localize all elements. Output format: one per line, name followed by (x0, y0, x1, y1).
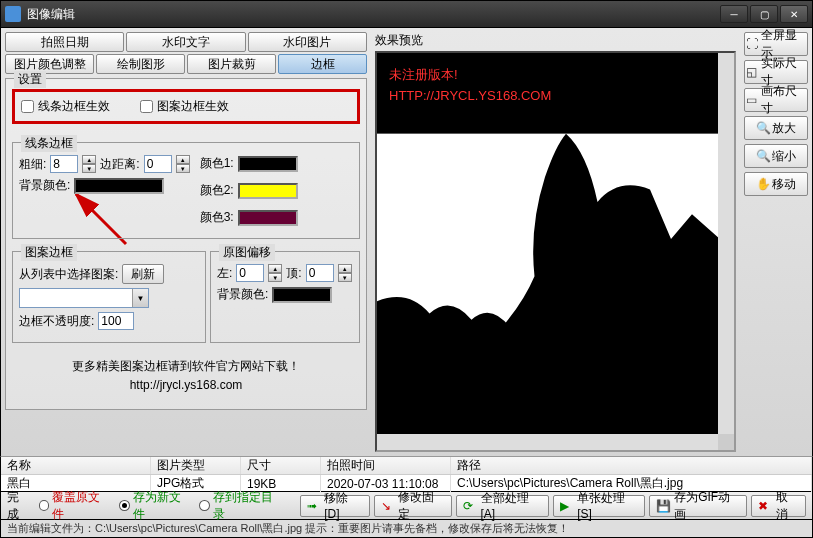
status-bar: 当前编辑文件为：C:\Users\pc\Pictures\Camera Roll… (0, 520, 813, 538)
side-button-icon: 🔍 (756, 121, 770, 135)
pattern-frame-group: 图案边框 从列表中选择图案: 刷新 ▼ 边框不透明度: (12, 251, 206, 343)
side-button-缩小[interactable]: 🔍缩小 (744, 144, 808, 168)
tab-图片裁剪[interactable]: 图片裁剪 (187, 54, 276, 74)
opacity-input[interactable] (98, 312, 134, 330)
settings-label: 设置 (14, 71, 46, 88)
preview-area: 未注册版本! HTTP://JRYCL.YS168.COM (375, 51, 736, 452)
tab-水印图片[interactable]: 水印图片 (248, 32, 367, 52)
file-list-header: 名称 图片类型 尺寸 拍照时间 路径 (1, 457, 812, 475)
action-存为GIF动画[interactable]: 💾存为GIF动画 (649, 495, 747, 517)
side-button-icon: ◱ (745, 65, 759, 79)
maximize-button[interactable]: ▢ (750, 5, 778, 23)
offset-left-input[interactable] (236, 264, 264, 282)
side-button-放大[interactable]: 🔍放大 (744, 116, 808, 140)
line-frame-group: 线条边框 粗细: ▲▼ 边距离: ▲▼ 背景颜色: (12, 142, 360, 239)
preview-label: 效果预览 (375, 32, 736, 49)
color2-swatch[interactable] (238, 183, 298, 199)
offset-top-spinner[interactable]: ▲▼ (338, 264, 352, 282)
file-list: 名称 图片类型 尺寸 拍照时间 路径 黑白 JPG格式 19KB 2020-07… (0, 456, 813, 492)
radio-存为新文件[interactable]: 存为新文件 (119, 489, 191, 523)
side-button-icon: ✋ (756, 177, 770, 191)
app-icon (5, 6, 21, 22)
action-icon: ⟳ (463, 499, 477, 513)
offset-group: 原图偏移 左: ▲▼ 顶: ▲▼ 背景颜色: (210, 251, 360, 343)
minimize-button[interactable]: ─ (720, 5, 748, 23)
preview-hscroll[interactable] (377, 434, 718, 450)
download-link-text: 更多精美图案边框请到软件官方网站下载！ http://jrycl.ys168.c… (12, 357, 360, 395)
preview-vscroll[interactable] (718, 53, 734, 434)
refresh-button[interactable]: 刷新 (122, 264, 164, 284)
window-title: 图像编辑 (27, 6, 720, 23)
highlight-box: 线条边框生效 图案边框生效 (12, 89, 360, 124)
close-button[interactable]: ✕ (780, 5, 808, 23)
radio-覆盖原文件[interactable]: 覆盖原文件 (39, 489, 111, 523)
line-frame-checkbox[interactable]: 线条边框生效 (21, 98, 110, 115)
action-icon: ↘ (381, 499, 395, 513)
action-icon: ▶ (560, 499, 574, 513)
tab-拍照日期[interactable]: 拍照日期 (5, 32, 124, 52)
action-修改固定[interactable]: ↘修改固定 (374, 495, 452, 517)
titlebar: 图像编辑 ─ ▢ ✕ (0, 0, 813, 28)
side-button-移动[interactable]: ✋移动 (744, 172, 808, 196)
side-button-画布尺寸[interactable]: ▭画布尺寸 (744, 88, 808, 112)
bottom-bar: 完成 覆盖原文件存为新文件存到指定目录 ➟移除[D]↘修改固定⟳全部处理[A]▶… (0, 492, 813, 520)
pattern-select[interactable]: ▼ (19, 288, 149, 308)
thickness-input[interactable] (50, 155, 78, 173)
action-全部处理[A][interactable]: ⟳全部处理[A] (456, 495, 549, 517)
side-button-icon: ⛶ (745, 37, 759, 51)
bg-color-swatch[interactable] (74, 178, 164, 194)
watermark-text: 未注册版本! HTTP://JRYCL.YS168.COM (389, 65, 551, 107)
complete-label: 完成 (7, 489, 31, 523)
offset-bg-swatch[interactable] (272, 287, 332, 303)
distance-input[interactable] (144, 155, 172, 173)
side-button-全屏显示[interactable]: ⛶全屏显示 (744, 32, 808, 56)
side-button-实际尺寸[interactable]: ◱实际尺寸 (744, 60, 808, 84)
action-icon: 💾 (656, 499, 670, 513)
tab-边框[interactable]: 边框 (278, 54, 367, 74)
pattern-frame-checkbox[interactable]: 图案边框生效 (140, 98, 229, 115)
side-button-icon: 🔍 (756, 149, 770, 163)
action-单张处理[S][interactable]: ▶单张处理[S] (553, 495, 646, 517)
side-button-icon: ▭ (745, 93, 759, 107)
settings-panel: 拍照日期水印文字水印图片 图片颜色调整绘制图形图片裁剪边框 设置 线条边框生效 … (1, 28, 371, 456)
action-icon: ✖ (758, 499, 772, 513)
tab-水印文字[interactable]: 水印文字 (126, 32, 245, 52)
radio-存到指定目录[interactable]: 存到指定目录 (199, 489, 283, 523)
action-取消[interactable]: ✖取消 (751, 495, 806, 517)
color3-swatch[interactable] (238, 210, 298, 226)
color1-swatch[interactable] (238, 156, 298, 172)
action-icon: ➟ (307, 499, 321, 513)
distance-spinner[interactable]: ▲▼ (176, 155, 190, 173)
action-移除[D][interactable]: ➟移除[D] (300, 495, 370, 517)
preview-image (377, 53, 734, 450)
offset-left-spinner[interactable]: ▲▼ (268, 264, 282, 282)
thickness-spinner[interactable]: ▲▼ (82, 155, 96, 173)
tab-绘制图形[interactable]: 绘制图形 (96, 54, 185, 74)
offset-top-input[interactable] (306, 264, 334, 282)
